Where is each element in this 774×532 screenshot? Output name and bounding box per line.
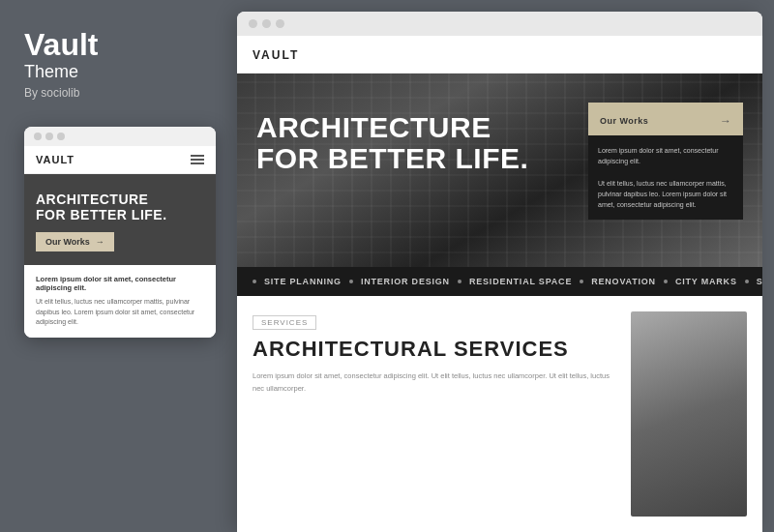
service-item-site-planning[interactable]: SITE PLANNING [253,277,349,286]
browser-navbar: VAULT [237,36,762,74]
service-item-residential[interactable]: RESIDENTIAL SPACE [458,277,580,286]
hero-main-text: ARCHITECTURE FOR BETTER LIFE. [256,112,528,173]
hero-card-arrow: → [720,114,731,128]
mobile-hero-text: ARCHITECTURE FOR BETTER LIFE. [36,192,204,222]
service-dot [580,280,583,283]
browser-bottom: SERVICES ARCHITECTURAL SERVICES Lorem ip… [237,296,762,532]
service-label-interior-design: INTERIOR DESIGN [361,277,458,286]
bottom-left: SERVICES ARCHITECTURAL SERVICES Lorem ip… [253,311,615,517]
mobile-preview: VAULT ARCHITECTURE FOR BETTER LIFE. Our … [24,127,216,338]
mobile-navbar: VAULT [24,146,216,174]
mobile-dot-3 [57,133,65,140]
service-item-city-marks[interactable]: CITY MARKS [664,277,745,286]
service-label-city-marks: CITY MARKS [675,277,745,286]
service-label-residential: RESIDENTIAL SPACE [469,277,580,286]
hamburger-icon [191,155,204,164]
service-item-interior-design[interactable]: INTERIOR DESIGN [349,277,458,286]
service-dot [458,280,461,283]
browser-dot-1 [249,19,257,28]
mobile-titlebar [24,127,216,146]
brand-by: By sociolib [24,86,213,100]
brand-title: Vault [24,29,213,60]
service-label-site-planning: SITE PLANNING [264,277,349,286]
browser-dot-2 [262,19,271,28]
mobile-hero: ARCHITECTURE FOR BETTER LIFE. Our Works … [24,174,216,265]
services-badge: SERVICES [253,315,316,330]
service-dot [253,280,256,283]
bottom-image [631,311,747,517]
service-dot [664,280,668,283]
browser-dot-3 [276,19,284,28]
browser-titlebar [237,12,762,36]
hero-card: Our Works → Lorem ipsum dolor sit amet, … [588,103,743,220]
hero-text-block: ARCHITECTURE FOR BETTER LIFE. [256,112,528,173]
service-label-st: ST [757,277,762,286]
hero-card-title: Our Works [600,116,648,126]
service-label-renovation: RENOVATION [591,277,664,286]
mobile-cta-button[interactable]: Our Works → [36,232,114,251]
mobile-lorem-bold: Lorem ipsum dolor sit amet, consectetur … [36,275,204,292]
mobile-content: Lorem ipsum dolor sit amet, consectetur … [24,265,216,338]
brand-subtitle: Theme [24,62,213,82]
desktop-hero: ARCHITECTURE FOR BETTER LIFE. Our Works … [237,74,762,267]
bottom-img-bg [631,311,747,517]
hero-card-body: Lorem ipsum dolor sit amet, consectetur … [588,135,743,220]
service-item-st[interactable]: ST [745,277,762,286]
browser-window: VAULT ARCHITECTURE FOR BETTER LIFE. Our … [237,12,762,532]
hero-card-header: Our Works → [600,114,731,128]
mobile-dot-1 [34,133,42,140]
hero-card-text: Lorem ipsum dolor sit amet, consectetur … [598,145,733,210]
mobile-logo: VAULT [36,154,74,165]
service-dot [745,280,749,283]
service-item-renovation[interactable]: RENOVATION [580,277,664,286]
arch-services-text: Lorem ipsum dolor sit amet, consectetur … [253,370,615,396]
browser-logo: VAULT [253,48,299,62]
mobile-dot-2 [45,133,53,140]
mobile-lorem-body: Ut elit tellus, luctus nec ullamcorper m… [36,297,204,328]
sidebar: Vault Theme By sociolib VAULT ARCHITECTU… [0,0,237,532]
brand-block: Vault Theme By sociolib [24,29,213,127]
arch-services-title: ARCHITECTURAL SERVICES [253,338,615,361]
services-nav: SITE PLANNING INTERIOR DESIGN RESIDENTIA… [237,267,762,296]
service-dot [349,280,353,283]
